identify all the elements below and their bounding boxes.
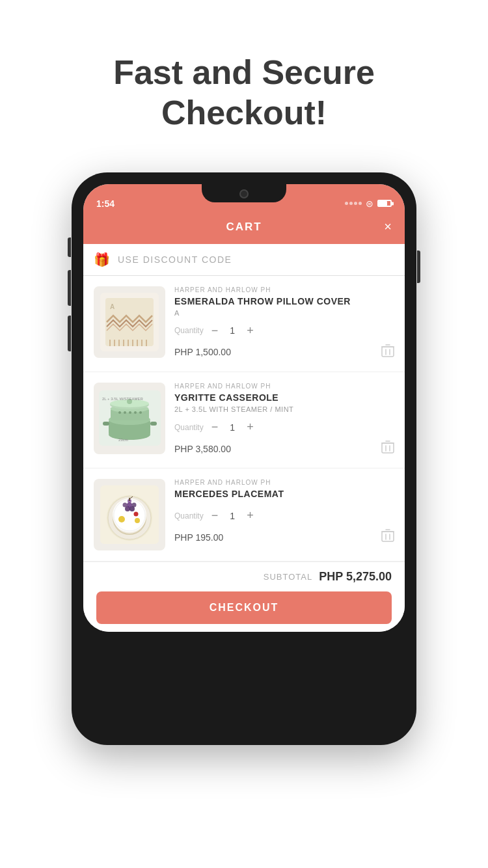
- quantity-row: Quantity − 1 +: [174, 324, 394, 338]
- signal-icon: [345, 202, 362, 205]
- status-time: 1:54: [96, 198, 115, 209]
- item-name: ESMERALDA THROW PILLOW COVER: [174, 295, 394, 307]
- svg-text:2L + 3.5L W/STEAMER: 2L + 3.5L W/STEAMER: [102, 397, 143, 401]
- delete-item-button[interactable]: [381, 344, 394, 361]
- svg-rect-21: [103, 422, 109, 426]
- subtotal-label: SUBTOTAL: [264, 572, 312, 582]
- item-variant: 2L + 3.5L WITH STEAMER / MINT: [174, 405, 394, 413]
- quantity-label: Quantity: [174, 423, 204, 432]
- cart-item: 2L + 3.5L W/STEAMER 23cm HARPER AND HARL…: [83, 372, 405, 468]
- item-2-details: HARPER AND HARLOW PH YGRITTE CASSEROLE 2…: [174, 383, 394, 457]
- mute-button: [68, 237, 71, 257]
- subtotal-row: SUBTOTAL PHP 5,275.00: [96, 570, 392, 584]
- increase-qty-button[interactable]: +: [247, 509, 254, 522]
- quantity-value: 1: [226, 422, 239, 433]
- svg-point-26: [124, 411, 126, 414]
- item-3-details: HARPER AND HARLOW PH MERCEDES PLACEMAT Q…: [174, 479, 394, 550]
- svg-rect-59: [382, 532, 394, 541]
- status-icons: ⊜: [345, 198, 392, 209]
- svg-point-50: [127, 502, 132, 508]
- svg-text:A: A: [110, 303, 115, 310]
- discount-code-input[interactable]: USE DISCOUNT CODE: [118, 254, 232, 265]
- price-row: PHP 3,580.00: [174, 440, 394, 457]
- svg-rect-35: [382, 443, 394, 453]
- notch: [202, 184, 286, 202]
- quantity-row: Quantity − 1 +: [174, 509, 394, 522]
- price-row: PHP 195.00: [174, 528, 394, 546]
- volume-up-button: [68, 270, 71, 306]
- gift-icon: 🎁: [94, 252, 110, 267]
- quantity-value: 1: [226, 511, 239, 521]
- svg-point-25: [118, 411, 121, 414]
- item-image-placemat: [94, 479, 165, 550]
- item-price: PHP 1,500.00: [174, 347, 231, 357]
- quantity-value: 1: [226, 325, 239, 336]
- close-button[interactable]: ×: [384, 219, 392, 234]
- svg-text:23cm: 23cm: [118, 438, 128, 442]
- svg-point-51: [123, 503, 128, 508]
- delete-item-button[interactable]: [381, 528, 394, 546]
- phone-screen: 1:54 ⊜ CART × 🎁 USE DISCOUNT C: [83, 184, 405, 632]
- power-button: [417, 251, 420, 283]
- item-price: PHP 195.00: [174, 532, 223, 543]
- item-brand: HARPER AND HARLOW PH: [174, 286, 394, 293]
- svg-rect-12: [382, 347, 394, 357]
- phone-frame: 1:54 ⊜ CART × 🎁 USE DISCOUNT C: [72, 172, 416, 745]
- item-name: MERCEDES PLACEMAT: [174, 488, 394, 500]
- svg-point-27: [129, 411, 131, 414]
- subtotal-amount: PHP 5,275.00: [319, 570, 392, 584]
- page-headline: Fast and Secure Checkout!: [113, 52, 375, 133]
- svg-point-29: [139, 411, 142, 414]
- decrease-qty-button[interactable]: −: [211, 324, 219, 338]
- wifi-icon: ⊜: [366, 198, 373, 209]
- cart-item: A: [83, 276, 405, 372]
- cart-bottom: SUBTOTAL PHP 5,275.00 CHECKOUT: [83, 562, 405, 632]
- camera: [239, 189, 249, 198]
- svg-point-28: [134, 411, 137, 414]
- item-price: PHP 3,580.00: [174, 444, 231, 454]
- svg-point-56: [118, 516, 125, 522]
- item-name: YGRITTE CASSEROLE: [174, 392, 394, 403]
- quantity-row: Quantity − 1 +: [174, 420, 394, 434]
- svg-point-58: [134, 512, 139, 517]
- quantity-label: Quantity: [174, 511, 204, 521]
- decrease-qty-button[interactable]: −: [211, 509, 219, 522]
- increase-qty-button[interactable]: +: [247, 420, 254, 434]
- cart-title: CART: [226, 221, 262, 234]
- item-brand: HARPER AND HARLOW PH: [174, 479, 394, 486]
- price-row: PHP 1,500.00: [174, 344, 394, 361]
- discount-bar[interactable]: 🎁 USE DISCOUNT CODE: [83, 244, 405, 276]
- item-image-pillow: A: [94, 286, 165, 358]
- svg-rect-22: [150, 422, 157, 426]
- item-brand: HARPER AND HARLOW PH: [174, 383, 394, 390]
- item-variant: A: [174, 309, 394, 317]
- item-image-casserole: 2L + 3.5L W/STEAMER 23cm: [94, 383, 165, 454]
- delete-item-button[interactable]: [381, 440, 394, 457]
- cart-header: CART ×: [83, 213, 405, 244]
- quantity-label: Quantity: [174, 326, 204, 335]
- battery-icon: [377, 200, 392, 207]
- svg-point-57: [135, 518, 140, 523]
- increase-qty-button[interactable]: +: [247, 324, 254, 338]
- checkout-button[interactable]: CHECKOUT: [96, 591, 392, 624]
- svg-point-52: [132, 503, 137, 508]
- cart-item: HARPER AND HARLOW PH MERCEDES PLACEMAT Q…: [83, 468, 405, 562]
- item-1-details: HARPER AND HARLOW PH ESMERALDA THROW PIL…: [174, 286, 394, 361]
- decrease-qty-button[interactable]: −: [211, 420, 219, 434]
- cart-items-list: A: [83, 276, 405, 562]
- volume-down-button: [68, 316, 71, 351]
